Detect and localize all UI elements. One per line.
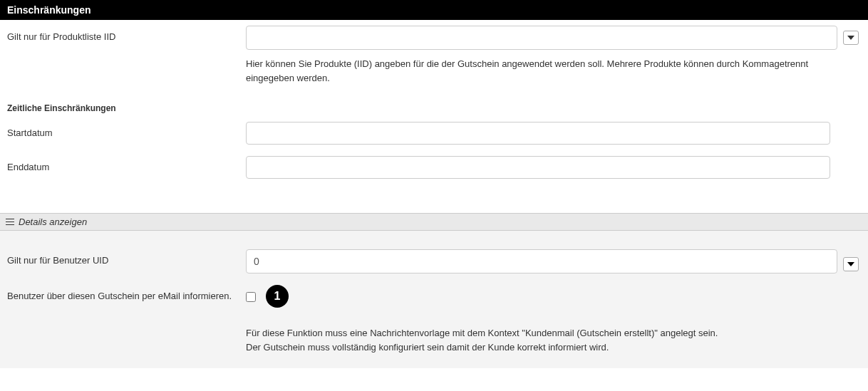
email-help-line1: Für diese Funktion muss eine Nachrichten… bbox=[246, 326, 854, 340]
email-help-line2: Der Gutschein muss vollständig konfiguri… bbox=[246, 340, 854, 355]
email-notify-checkbox[interactable] bbox=[246, 292, 256, 302]
end-date-label: Enddatum bbox=[7, 156, 246, 179]
end-date-row: Enddatum bbox=[0, 150, 868, 184]
email-notify-field: 1 bbox=[246, 285, 861, 308]
section-spacer bbox=[0, 184, 868, 213]
user-uid-field bbox=[246, 249, 861, 273]
product-list-help: Hier können Sie Produkte (IID) angeben f… bbox=[0, 50, 820, 99]
product-list-label: Gilt nur für Produktliste IID bbox=[7, 26, 246, 50]
email-notify-row: Benutzer über diesen Gutschein per eMail… bbox=[7, 279, 861, 313]
email-notify-label: Benutzer über diesen Gutschein per eMail… bbox=[7, 285, 246, 308]
end-date-field bbox=[246, 156, 861, 179]
start-date-field bbox=[246, 122, 861, 145]
annotation-badge: 1 bbox=[266, 285, 289, 308]
product-list-input[interactable] bbox=[246, 26, 837, 50]
product-list-row: Gilt nur für Produktliste IID bbox=[0, 20, 868, 50]
end-date-input[interactable] bbox=[246, 156, 830, 179]
start-date-row: Startdatum bbox=[0, 116, 868, 150]
details-toggle-label: Details anzeigen bbox=[19, 217, 87, 227]
user-uid-dropdown-button[interactable] bbox=[843, 257, 859, 271]
details-panel: Gilt nur für Benutzer UID Benutzer über … bbox=[0, 231, 868, 368]
user-uid-input[interactable] bbox=[246, 249, 837, 273]
product-list-dropdown-button[interactable] bbox=[843, 31, 859, 45]
start-date-input[interactable] bbox=[246, 122, 830, 145]
product-list-field bbox=[246, 26, 861, 50]
chevron-down-icon bbox=[847, 262, 854, 266]
restrictions-header: Einschränkungen bbox=[0, 0, 868, 20]
email-notify-help: Für diese Funktion muss eine Nachrichten… bbox=[7, 313, 861, 354]
chevron-down-icon bbox=[847, 36, 854, 40]
user-uid-row: Gilt nur für Benutzer UID bbox=[7, 244, 861, 279]
user-uid-label: Gilt nur für Benutzer UID bbox=[7, 249, 246, 273]
time-restrictions-header: Zeitliche Einschränkungen bbox=[0, 99, 868, 116]
hamburger-icon bbox=[6, 219, 14, 225]
start-date-label: Startdatum bbox=[7, 122, 246, 145]
details-toggle-bar[interactable]: Details anzeigen bbox=[0, 213, 868, 231]
